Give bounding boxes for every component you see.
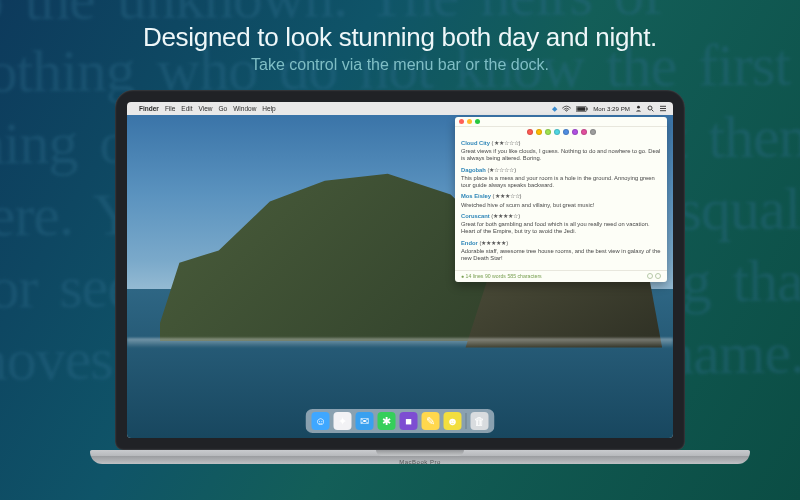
entry-rating: (★☆☆☆☆) xyxy=(487,167,516,173)
promo-subhead: Take control via the menu bar or the doc… xyxy=(0,56,800,74)
color-swatch[interactable] xyxy=(581,129,587,135)
notes-sync-icons[interactable] xyxy=(647,273,661,280)
color-picker-row xyxy=(455,127,667,138)
menubar-item-edit[interactable]: Edit xyxy=(181,105,192,112)
entry-title: Cloud City xyxy=(461,140,490,146)
menubar-item-help[interactable]: Help xyxy=(262,105,275,112)
menubar-clock[interactable]: Mon 3:29 PM xyxy=(593,105,630,112)
laptop-base: MacBook Pro xyxy=(90,450,750,464)
menubar-extra-app-icon[interactable]: ◆ xyxy=(552,105,557,113)
entry-rating: (★★★☆☆) xyxy=(493,193,522,199)
zoom-icon[interactable] xyxy=(475,119,480,124)
menubar-item-go[interactable]: Go xyxy=(219,105,228,112)
color-swatch[interactable] xyxy=(590,129,596,135)
dock-item-mail[interactable]: ✉ xyxy=(356,412,374,430)
svg-rect-1 xyxy=(587,107,588,110)
dock-item-app2[interactable]: ☻ xyxy=(444,412,462,430)
note-entry[interactable]: Dagobah (★☆☆☆☆)This place is a mess and … xyxy=(461,167,661,190)
entry-title: Mos Eisley xyxy=(461,193,491,199)
dock-item-trash[interactable]: 🗑 xyxy=(471,412,489,430)
macos-dock: ☺✦✉✱■✎☻🗑 xyxy=(306,409,495,433)
svg-rect-2 xyxy=(577,107,585,111)
entry-desc: Great for both gambling and food which i… xyxy=(461,221,661,235)
dock-item-app1[interactable]: ■ xyxy=(400,412,418,430)
color-swatch[interactable] xyxy=(572,129,578,135)
spotlight-icon[interactable] xyxy=(647,105,654,112)
color-swatch[interactable] xyxy=(554,129,560,135)
menubar-item-view[interactable]: View xyxy=(199,105,213,112)
notification-center-icon[interactable] xyxy=(659,105,667,112)
notes-panel[interactable]: Cloud City (★★☆☆☆)Great views if you lik… xyxy=(455,117,667,282)
menubar-item-window[interactable]: Window xyxy=(233,105,256,112)
notes-stats: ● 14 lines 90 words 585 characters xyxy=(461,273,542,280)
wifi-icon[interactable] xyxy=(562,105,571,112)
laptop-model-label: MacBook Pro xyxy=(399,459,441,465)
dock-item-notes[interactable]: ✎ xyxy=(422,412,440,430)
notes-panel-titlebar[interactable] xyxy=(455,117,667,127)
color-swatch[interactable] xyxy=(545,129,551,135)
dock-item-safari[interactable]: ✦ xyxy=(334,412,352,430)
svg-line-5 xyxy=(652,110,654,112)
macos-desktop: Finder File Edit View Go Window Help ◆ M… xyxy=(127,102,673,438)
menubar-app-name[interactable]: Finder xyxy=(139,105,159,112)
dock-item-messages[interactable]: ✱ xyxy=(378,412,396,430)
macos-menubar: Finder File Edit View Go Window Help ◆ M… xyxy=(127,102,673,115)
entry-title: Coruscant xyxy=(461,213,490,219)
color-swatch[interactable] xyxy=(527,129,533,135)
notes-footer: ● 14 lines 90 words 585 characters xyxy=(455,270,667,282)
entry-desc: Wretched hive of scum and villainy, but … xyxy=(461,202,661,209)
entry-title: Dagobah xyxy=(461,167,486,173)
notes-body[interactable]: Cloud City (★★☆☆☆)Great views if you lik… xyxy=(455,138,667,270)
svg-point-3 xyxy=(637,106,640,109)
user-icon[interactable] xyxy=(635,105,642,112)
promo-headline: Designed to look stunning both day and n… xyxy=(0,22,800,53)
color-swatch[interactable] xyxy=(563,129,569,135)
note-entry[interactable]: Coruscant (★★★★☆)Great for both gambling… xyxy=(461,213,661,236)
close-icon[interactable] xyxy=(459,119,464,124)
dock-separator xyxy=(466,413,467,429)
entry-desc: Adorable staff, awesome tree house rooms… xyxy=(461,248,661,262)
entry-rating: (★★★★☆) xyxy=(491,213,520,219)
color-swatch[interactable] xyxy=(536,129,542,135)
entry-title: Endor xyxy=(461,240,478,246)
note-entry[interactable]: Mos Eisley (★★★☆☆)Wretched hive of scum … xyxy=(461,193,661,208)
entry-desc: This place is a mess and your room is a … xyxy=(461,175,661,189)
note-entry[interactable]: Cloud City (★★☆☆☆)Great views if you lik… xyxy=(461,140,661,163)
battery-icon[interactable] xyxy=(576,106,588,112)
note-entry[interactable]: Endor (★★★★★)Adorable staff, awesome tre… xyxy=(461,240,661,263)
laptop-frame: Finder File Edit View Go Window Help ◆ M… xyxy=(90,90,710,464)
minimize-icon[interactable] xyxy=(467,119,472,124)
menubar-item-file[interactable]: File xyxy=(165,105,175,112)
entry-desc: Great views if you like clouds, I guess.… xyxy=(461,148,661,162)
svg-point-4 xyxy=(648,106,652,110)
dock-item-finder[interactable]: ☺ xyxy=(312,412,330,430)
entry-rating: (★★☆☆☆) xyxy=(492,140,521,146)
entry-rating: (★★★★★) xyxy=(479,240,508,246)
